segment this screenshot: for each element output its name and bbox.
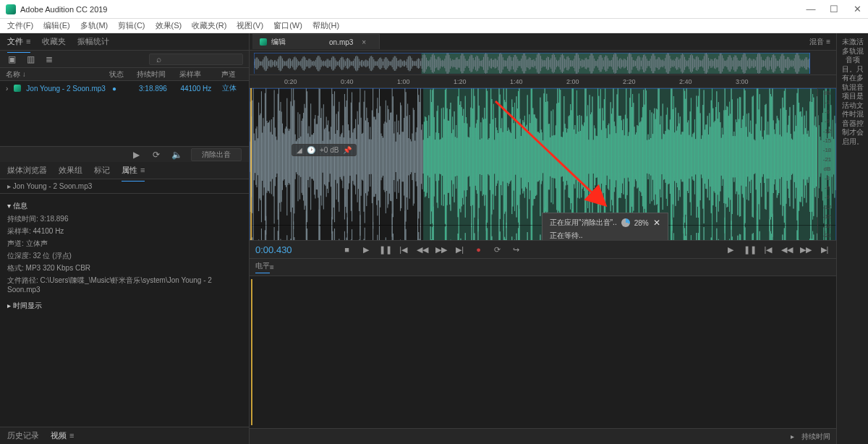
db-scale: dB-3-6-9-12-15-18-21dB-3-6-9-12-15-18-21 [817,88,836,240]
menu-edit[interactable]: 编辑(E) [43,20,70,31]
progress-percent: 28% [634,219,649,227]
progress-close-button[interactable]: ✕ [653,218,660,228]
timecode: 0:00.430 [255,244,292,255]
skip-button[interactable]: ↪ [511,245,522,255]
tab-history[interactable]: 历史记录 [7,429,39,443]
clock-icon: 🕑 [307,146,315,154]
menu-effects[interactable]: 效果(S) [156,20,182,31]
zoom-ff-button[interactable]: ▶▶ [800,245,812,255]
mixer-label[interactable]: 混音 ≡ [804,37,836,47]
selected-file-label: ▸ Jon Young - 2 Soon.mp3 [0,179,249,194]
next-button[interactable]: ▶| [454,245,466,255]
tab-properties[interactable]: 属性≡ [122,163,145,177]
waveform-editor[interactable]: ◢ 🕑 +0 dB 📌 正在应用"消除出音".. 28% ✕ [250,88,836,241]
tab-markers[interactable]: 标记 [94,163,110,177]
audio-file-icon [260,38,267,46]
transport-controls: ■ ▶ ❚❚ |◀ ◀◀ ▶▶ ▶| ● ⟳ ↪ [341,245,522,255]
tab-files[interactable]: 文件≡ [7,35,30,48]
file-search-input[interactable]: ⌕ [149,54,243,65]
file-name: Jon Young - 2 Soon.mp3 [26,85,109,93]
stop-button[interactable]: ■ [341,245,353,254]
play-preview-button[interactable]: ▶ [130,149,142,161]
progress-pie-icon [621,218,630,227]
file-channels: 立体 [222,83,243,93]
zoom-next-button[interactable]: ▶| [819,245,830,255]
window-close-button[interactable]: ✕ [852,4,862,14]
search-icon: ⌕ [153,54,164,65]
time-display-header[interactable]: ▸ 时间显示 [7,301,242,311]
tab-media-browser[interactable]: 媒体浏览器 [7,163,47,177]
menu-bar: 文件(F) 编辑(E) 多轨(M) 剪辑(C) 效果(S) 收藏夹(R) 视图(… [0,19,868,33]
annotation-arrow-icon [488,95,626,218]
new-file-icon[interactable]: ▣ [6,54,17,65]
zoom-rw-button[interactable]: ◀◀ [781,245,793,255]
svg-line-8 [495,101,604,204]
editor-tab-filename: on.mp3 [329,38,353,46]
gain-value: +0 dB [320,146,339,154]
time-ruler[interactable]: 0:20 0:40 1:00 1:20 1:40 2:00 2:20 2:40 … [250,75,836,88]
menu-help[interactable]: 帮助(H) [312,20,339,31]
prev-button[interactable]: |◀ [398,245,409,255]
file-row[interactable]: › Jon Young - 2 Soon.mp3 ● 3:18.896 4410… [0,81,249,95]
progress-text: 正在应用"消除出音".. [550,218,617,228]
autoplay-button[interactable]: 🔈 [171,149,182,161]
forward-button[interactable]: ▶▶ [435,245,447,255]
info-header[interactable]: ▾ 信息 [7,201,242,211]
tab-video[interactable]: 视频≡ [51,429,74,443]
window-minimize-button[interactable]: — [806,4,816,14]
menu-view[interactable]: 视图(V) [237,20,263,31]
pause-button[interactable]: ❚❚ [379,245,391,255]
zoom-pause-button[interactable]: ❚❚ [744,245,755,255]
menu-clip[interactable]: 剪辑(C) [118,20,145,31]
pin-icon[interactable]: 📌 [343,146,352,154]
overview-wave-icon [254,53,810,74]
col-name[interactable]: 名称 ↓ [6,69,106,80]
app-logo-icon [6,4,16,14]
properties-panel: ▾ 信息 持续时间: 3:18.896 采样率: 44100 Hz 声道: 立体… [0,194,249,427]
open-file-icon[interactable]: ▥ [25,54,36,65]
file-sample: 44100 Hz [180,85,218,93]
waveform-overview[interactable] [250,51,836,75]
footer-duration-label: 持续时间 [801,432,830,442]
progress-dialog: 正在应用"消除出音".. 28% ✕ 正在等待.. [542,213,668,241]
col-sample[interactable]: 采样率 [179,69,219,80]
menu-multitrack[interactable]: 多轨(M) [80,20,109,31]
multitrack-icon[interactable]: ≣ [43,54,55,65]
title-bar: Adobe Audition CC 2019 — ☐ ✕ [0,0,868,19]
menu-favorites[interactable]: 收藏夹(R) [192,20,226,31]
loop-button[interactable]: ⟳ [492,245,503,255]
gain-hud[interactable]: ◢ 🕑 +0 dB 📌 [292,144,357,156]
editor-tab-prefix: 编辑 [271,37,286,47]
audio-file-icon [14,85,21,92]
col-duration[interactable]: 持续时间 [137,69,176,80]
app-title: Adobe Audition CC 2019 [20,5,107,14]
footer-marker-icon[interactable]: ▸ [791,432,794,440]
loop-preview-button[interactable]: ⟳ [150,149,162,161]
rewind-button[interactable]: ◀◀ [417,245,428,255]
menu-window[interactable]: 窗口(W) [273,20,302,31]
progress-subtext: 正在等待.. [550,231,660,241]
zoom-prev-button[interactable]: |◀ [762,245,774,255]
file-list: › Jon Young - 2 Soon.mp3 ● 3:18.896 4410… [0,81,249,146]
editor-tab[interactable]: 编辑 on.mp3 × [252,34,380,49]
tab-effects-rack[interactable]: 效果组 [59,163,82,177]
window-maximize-button[interactable]: ☐ [829,4,839,14]
levels-label[interactable]: 电平 [255,261,270,273]
tab-favorites[interactable]: 收藏夹 [42,35,66,48]
mixer-sidebar: 未激活多轨混音项目。只有在多轨混音项目是活动文件时混音器控制才会启用。 [836,33,868,444]
menu-file[interactable]: 文件(F) [7,20,33,31]
close-tab-icon[interactable]: × [362,38,366,46]
zoom-play-button[interactable]: ▶ [725,245,736,255]
tab-freqstats[interactable]: 振幅统计 [77,35,109,48]
pending-effect-label: 消除出音 [191,148,242,161]
file-status: ● [112,85,136,93]
play-button[interactable]: ▶ [360,245,372,255]
fade-icon: ◢ [297,146,302,154]
col-status[interactable]: 状态 [109,69,134,80]
mixer-sidebar-text: 未激活多轨混音项目。只有在多轨混音项目是活动文件时混音器控制才会启用。 [839,38,866,146]
record-button[interactable]: ● [473,245,485,254]
file-duration: 3:18.896 [139,85,177,93]
expand-icon[interactable]: › [6,85,8,93]
col-channels[interactable]: 声道 [221,69,243,80]
level-meters [250,276,836,428]
